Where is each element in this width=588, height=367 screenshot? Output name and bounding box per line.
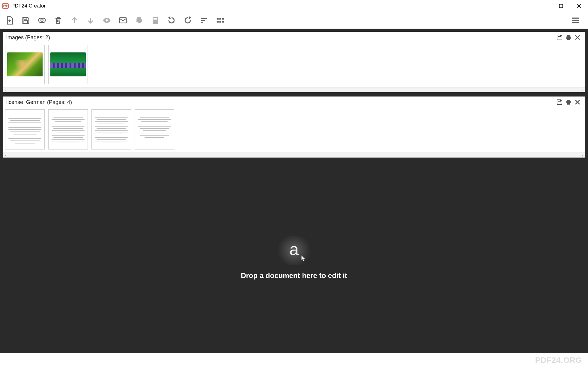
svg-text:PDF: PDF bbox=[3, 5, 8, 7]
drop-icon: a bbox=[276, 235, 312, 265]
drop-zone[interactable]: a Drop a document here to edit it bbox=[3, 162, 585, 353]
svg-rect-17 bbox=[217, 21, 219, 22]
svg-rect-3 bbox=[560, 4, 563, 7]
preview-button[interactable] bbox=[100, 14, 113, 27]
svg-rect-18 bbox=[219, 21, 221, 22]
svg-rect-7 bbox=[24, 21, 28, 23]
window-maximize-button[interactable] bbox=[552, 0, 570, 12]
document-header: license_German (Pages: 4) bbox=[3, 97, 585, 108]
sort-button[interactable] bbox=[197, 14, 210, 27]
document-thumbnails bbox=[3, 108, 585, 152]
footer-brand: PDF24.ORG bbox=[535, 356, 582, 365]
page-thumbnail[interactable] bbox=[48, 45, 88, 84]
grid-view-button[interactable] bbox=[213, 14, 227, 27]
document-scrollbar[interactable]: ‹› bbox=[3, 87, 585, 92]
svg-rect-6 bbox=[24, 17, 27, 19]
window-title: PDF24 Creator bbox=[11, 3, 46, 9]
document-save-button[interactable] bbox=[555, 98, 564, 106]
titlebar: PDF PDF24 Creator bbox=[0, 0, 588, 12]
document-scrollbar[interactable]: ‹› bbox=[3, 152, 585, 157]
document-print-button[interactable] bbox=[564, 33, 573, 42]
page-thumbnail[interactable] bbox=[135, 109, 174, 149]
main-toolbar bbox=[0, 12, 588, 29]
move-down-button[interactable] bbox=[84, 14, 97, 27]
document-thumbnails bbox=[3, 43, 585, 87]
svg-rect-24 bbox=[558, 100, 560, 101]
document-title: images (Pages: 2) bbox=[6, 34, 50, 41]
delete-button[interactable] bbox=[52, 14, 65, 27]
svg-rect-15 bbox=[219, 18, 221, 19]
add-file-button[interactable] bbox=[3, 14, 16, 27]
drop-zone-text: Drop a document here to edit it bbox=[241, 271, 347, 280]
svg-rect-14 bbox=[217, 18, 219, 19]
page-thumbnail[interactable] bbox=[48, 109, 88, 149]
page-thumbnail[interactable] bbox=[91, 109, 131, 149]
document-panel[interactable]: images (Pages: 2) ‹› bbox=[3, 32, 585, 92]
svg-rect-23 bbox=[558, 35, 560, 37]
workspace: images (Pages: 2) ‹› license_German (Pag… bbox=[0, 29, 588, 353]
email-button[interactable] bbox=[116, 14, 130, 27]
app-logo-icon: PDF bbox=[2, 2, 9, 10]
merge-button[interactable] bbox=[35, 14, 49, 27]
svg-rect-19 bbox=[222, 21, 224, 22]
window-close-button[interactable] bbox=[570, 0, 588, 12]
move-up-button[interactable] bbox=[68, 14, 81, 27]
footer: PDF24.ORG bbox=[0, 353, 588, 367]
cursor-icon bbox=[301, 255, 307, 262]
svg-point-10 bbox=[106, 19, 108, 22]
rotate-left-button[interactable] bbox=[165, 14, 178, 27]
document-save-button[interactable] bbox=[555, 33, 564, 42]
window-minimize-button[interactable] bbox=[534, 0, 552, 12]
page-thumbnail[interactable] bbox=[5, 45, 45, 84]
svg-rect-13 bbox=[154, 18, 157, 19]
document-header: images (Pages: 2) bbox=[3, 32, 585, 43]
menu-button[interactable] bbox=[569, 14, 582, 27]
page-thumbnail[interactable] bbox=[5, 109, 45, 149]
document-close-button[interactable] bbox=[573, 98, 582, 106]
print-button[interactable] bbox=[133, 14, 146, 27]
document-close-button[interactable] bbox=[573, 33, 582, 42]
fax-button[interactable] bbox=[149, 14, 162, 27]
save-button[interactable] bbox=[19, 14, 32, 27]
svg-rect-16 bbox=[222, 18, 224, 19]
document-title: license_German (Pages: 4) bbox=[6, 99, 72, 105]
document-panel[interactable]: license_German (Pages: 4) bbox=[3, 96, 585, 158]
rotate-right-button[interactable] bbox=[181, 14, 194, 27]
document-print-button[interactable] bbox=[564, 98, 573, 106]
